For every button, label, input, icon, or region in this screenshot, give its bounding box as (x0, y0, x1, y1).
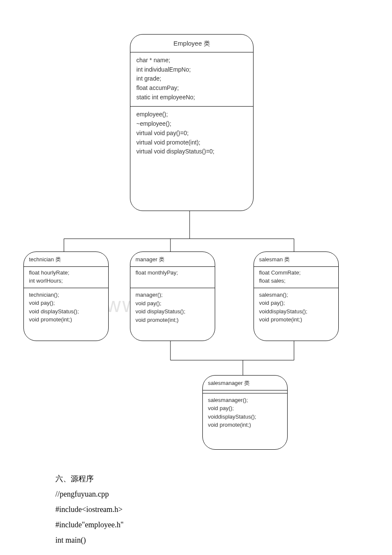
attr-line: static int employeeNo; (136, 93, 248, 102)
source-code-block: 六、源程序 //pengfuyuan.cpp #include<iostream… (55, 471, 354, 548)
uml-diagram: www. .c Employee 类 char * name; int indi… (21, 34, 345, 456)
method-line: manager(); (135, 291, 210, 299)
method-line: salesmanager(); (208, 396, 283, 405)
code-line: int main() (55, 532, 354, 548)
method-line: void pay(); (259, 299, 334, 307)
class-manager: manager 类 float monthlyPay; manager(); v… (130, 251, 215, 341)
attr-line: float CommRate; (259, 269, 334, 277)
class-salesman: salesman 类 float CommRate; float sales; … (254, 251, 339, 341)
attr-line: float sales; (259, 277, 334, 285)
method-line: void displayStatus(); (135, 307, 210, 316)
method-line: employee(); (136, 110, 248, 119)
class-title: manager 类 (130, 252, 215, 266)
method-line: ~employee(); (136, 119, 248, 129)
method-line: void pay(); (135, 299, 210, 308)
attr-line: int grade; (136, 74, 248, 84)
methods-section: salesmanager(); void pay(); voiddisplayS… (203, 393, 287, 433)
code-line: #include<iostream.h> (55, 502, 354, 517)
attributes-section: float hourlyRate; int worlHours; (24, 267, 108, 288)
attr-line: char * name; (136, 56, 248, 65)
attributes-section: float monthlyPay; (130, 267, 215, 288)
methods-section: manager(); void pay(); void displayStatu… (130, 288, 215, 327)
method-line: virtual void pay()=0; (136, 129, 248, 138)
method-line: void promote(int;) (208, 421, 283, 429)
class-title: salesmanager 类 (203, 376, 287, 390)
attributes-section: char * name; int individualEmpNo; int gr… (130, 52, 253, 106)
method-line: virtual void promote(int); (136, 138, 248, 147)
attr-line: int individualEmpNo; (136, 65, 248, 75)
method-line: technician(); (29, 291, 104, 299)
class-title: technician 类 (24, 252, 108, 266)
method-line: void promote(int;) (259, 315, 334, 324)
method-line: virtual void displayStatus()=0; (136, 147, 248, 156)
method-line: void promote(int;) (29, 315, 104, 324)
attr-line: float monthlyPay; (135, 269, 210, 277)
class-title: salesman 类 (254, 252, 338, 266)
method-line: voiddisplayStatus(); (259, 307, 334, 316)
class-technician: technician 类 float hourlyRate; int worlH… (23, 251, 109, 341)
attr-line: float accumPay; (136, 84, 248, 93)
class-salesmanager: salesmanager 类 salesmanager(); void pay(… (202, 375, 288, 450)
method-line: void pay(); (208, 404, 283, 413)
methods-section: technician(); void pay(); void displaySt… (24, 288, 108, 327)
method-line: salesman(); (259, 291, 334, 299)
method-line: void promote(int;) (135, 316, 210, 324)
methods-section: salesman(); void pay(); voiddisplayStatu… (254, 288, 338, 327)
method-line: voiddisplayStatus(); (208, 413, 283, 421)
method-line: void displayStatus(); (29, 307, 104, 316)
methods-section: employee(); ~employee(); virtual void pa… (130, 107, 253, 160)
code-line: //pengfuyuan.cpp (55, 486, 354, 502)
attr-line: float hourlyRate; (29, 269, 104, 277)
page: www. .c Employee 类 char * name; int indi… (0, 0, 392, 555)
attributes-section: float CommRate; float sales; (254, 267, 338, 288)
section-heading: 六、源程序 (55, 471, 354, 486)
method-line: void pay(); (29, 299, 104, 307)
class-employee: Employee 类 char * name; int individualEm… (130, 34, 254, 211)
attr-line: int worlHours; (29, 277, 104, 285)
class-title: Employee 类 (130, 35, 253, 52)
code-line: #include"employee.h" (55, 517, 354, 532)
